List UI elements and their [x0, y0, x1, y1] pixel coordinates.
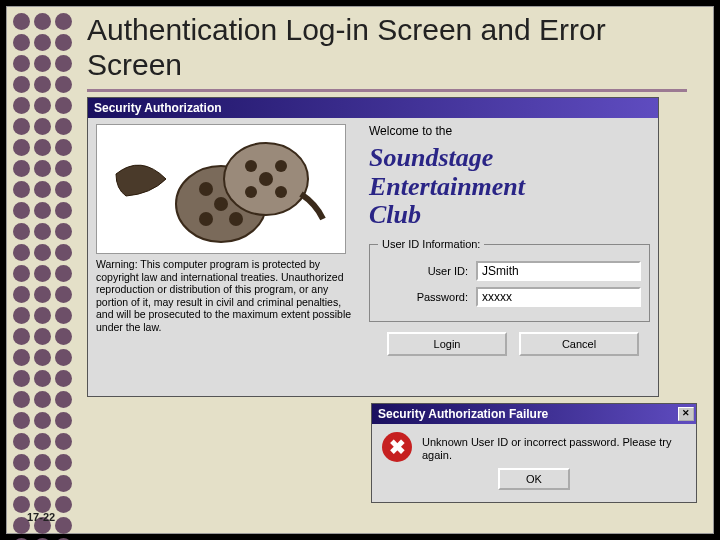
login-button[interactable]: Login [387, 332, 507, 356]
brand-line2: Entertainment [369, 173, 650, 202]
userid-label: User ID: [378, 265, 468, 277]
login-titlebar: Security Authorization [88, 98, 658, 118]
svg-point-10 [245, 186, 257, 198]
svg-point-4 [199, 212, 213, 226]
error-body: ✖ Unknown User ID or incorrect password.… [372, 424, 696, 466]
title-underline [87, 89, 687, 92]
ok-button[interactable]: OK [498, 468, 570, 490]
error-message: Unknown User ID or incorrect password. P… [422, 432, 686, 462]
svg-point-7 [259, 172, 273, 186]
password-label: Password: [378, 291, 468, 303]
svg-point-9 [275, 160, 287, 172]
slide-number: 17-22 [27, 511, 55, 523]
brand-title: Soundstage Entertainment Club [369, 144, 650, 230]
decorative-dot-grid [13, 13, 78, 533]
login-window: Security Authorization [87, 97, 659, 397]
brand-line3: Club [369, 201, 650, 230]
login-body: Warning: This computer program is protec… [88, 118, 658, 396]
welcome-text: Welcome to the [369, 124, 650, 138]
svg-point-11 [275, 186, 287, 198]
cancel-button[interactable]: Cancel [519, 332, 639, 356]
error-window: Security Authorization Failure ✕ ✖ Unkno… [371, 403, 697, 503]
error-icon: ✖ [382, 432, 412, 462]
slide-canvas: Authentication Log-in Screen and Error S… [6, 6, 714, 534]
fieldset-legend: User ID Information: [378, 238, 484, 250]
brand-line1: Soundstage [369, 144, 650, 173]
svg-point-8 [245, 160, 257, 172]
login-button-row: Login Cancel [369, 332, 650, 356]
svg-point-5 [229, 212, 243, 226]
userid-input[interactable] [476, 261, 641, 281]
login-left-column: Warning: This computer program is protec… [96, 124, 361, 390]
error-button-row: OK [372, 468, 696, 490]
warning-text: Warning: This computer program is protec… [96, 258, 361, 334]
slide-title: Authentication Log-in Screen and Error S… [87, 13, 687, 82]
close-icon[interactable]: ✕ [678, 407, 694, 421]
error-titlebar-text: Security Authorization Failure [378, 407, 548, 421]
login-right-column: Welcome to the Soundstage Entertainment … [361, 124, 650, 390]
svg-point-1 [214, 197, 228, 211]
film-reel-image [96, 124, 346, 254]
svg-point-2 [199, 182, 213, 196]
error-titlebar: Security Authorization Failure ✕ [372, 404, 696, 424]
userid-fieldset: User ID Information: User ID: Password: [369, 244, 650, 322]
password-input[interactable] [476, 287, 641, 307]
